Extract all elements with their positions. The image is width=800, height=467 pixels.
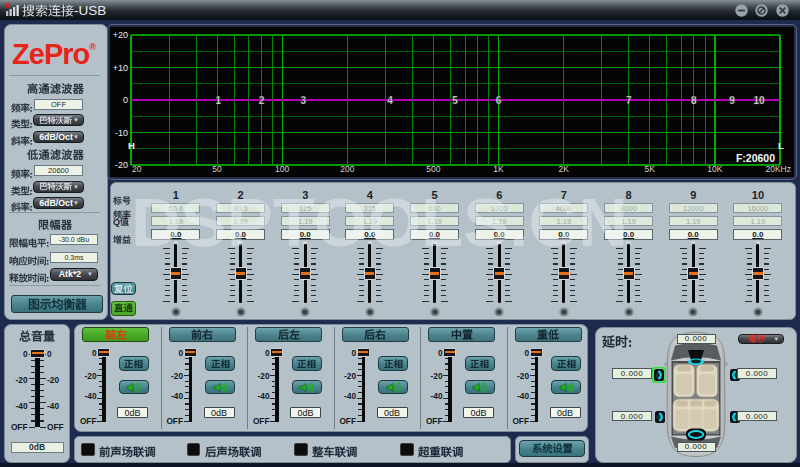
svg-text:+10: +10 [113, 63, 128, 73]
svg-text:+20: +20 [113, 30, 128, 40]
svg-text:3: 3 [300, 95, 306, 106]
svg-text:200: 200 [340, 164, 354, 174]
svg-text:7: 7 [626, 95, 632, 106]
svg-text:-20: -20 [115, 160, 128, 170]
svg-text:1K: 1K [493, 164, 504, 174]
svg-text:0: 0 [123, 95, 128, 105]
svg-text:6: 6 [496, 95, 502, 106]
svg-text:-10: -10 [115, 128, 128, 138]
svg-text:10K: 10K [707, 164, 722, 174]
svg-text:1: 1 [215, 95, 221, 106]
svg-text:5K: 5K [644, 164, 655, 174]
svg-text:500: 500 [426, 164, 440, 174]
svg-text:4: 4 [387, 95, 393, 106]
svg-text:10: 10 [753, 95, 765, 106]
svg-text:20KHz: 20KHz [765, 164, 791, 174]
svg-text:9: 9 [729, 95, 735, 106]
svg-text:2K: 2K [558, 164, 569, 174]
svg-text:2: 2 [259, 95, 265, 106]
svg-text:F:20600: F:20600 [736, 152, 775, 164]
svg-text:5: 5 [452, 95, 458, 106]
svg-text:H: H [128, 140, 135, 151]
svg-text:L: L [778, 140, 784, 151]
svg-text:8: 8 [691, 95, 697, 106]
svg-text:50: 50 [212, 164, 222, 174]
svg-text:100: 100 [275, 164, 289, 174]
svg-text:20: 20 [132, 164, 142, 174]
